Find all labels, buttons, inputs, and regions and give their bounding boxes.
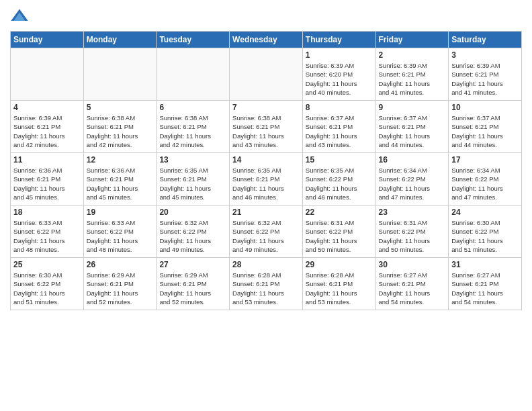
calendar-cell: 11Sunrise: 6:36 AMSunset: 6:21 PMDayligh…: [11, 153, 84, 205]
calendar-cell: 3Sunrise: 6:39 AMSunset: 6:21 PMDaylight…: [449, 48, 522, 101]
day-header-wednesday: Wednesday: [230, 32, 303, 48]
day-number: 20: [159, 208, 226, 217]
day-info: Sunrise: 6:38 AMSunset: 6:21 PMDaylight:…: [87, 113, 154, 149]
calendar-cell: 31Sunrise: 6:27 AMSunset: 6:21 PMDayligh…: [449, 258, 522, 310]
day-info: Sunrise: 6:38 AMSunset: 6:21 PMDaylight:…: [159, 113, 226, 149]
day-info: Sunrise: 6:33 AMSunset: 6:22 PMDaylight:…: [87, 218, 154, 254]
day-info: Sunrise: 6:33 AMSunset: 6:22 PMDaylight:…: [13, 218, 81, 254]
day-number: 15: [306, 155, 373, 165]
day-number: 25: [13, 260, 81, 269]
day-number: 5: [87, 103, 154, 112]
calendar-cell: 12Sunrise: 6:36 AMSunset: 6:21 PMDayligh…: [83, 153, 157, 205]
calendar-cell: 21Sunrise: 6:32 AMSunset: 6:22 PMDayligh…: [230, 205, 303, 258]
day-header-monday: Monday: [83, 32, 157, 48]
day-number: 12: [87, 155, 154, 165]
day-number: 11: [13, 155, 81, 165]
logo: [10, 7, 32, 26]
day-info: Sunrise: 6:35 AMSunset: 6:21 PMDaylight:…: [159, 166, 226, 201]
calendar-cell: 5Sunrise: 6:38 AMSunset: 6:21 PMDaylight…: [83, 101, 157, 153]
calendar-cell: 13Sunrise: 6:35 AMSunset: 6:21 PMDayligh…: [157, 153, 230, 205]
day-info: Sunrise: 6:32 AMSunset: 6:22 PMDaylight:…: [159, 218, 226, 254]
day-info: Sunrise: 6:37 AMSunset: 6:21 PMDaylight:…: [306, 113, 373, 149]
calendar-cell: 26Sunrise: 6:29 AMSunset: 6:21 PMDayligh…: [83, 258, 157, 310]
day-header-sunday: Sunday: [11, 32, 84, 48]
day-header-thursday: Thursday: [302, 32, 375, 48]
calendar-cell: 24Sunrise: 6:30 AMSunset: 6:22 PMDayligh…: [449, 205, 522, 258]
calendar-cell: 1Sunrise: 6:39 AMSunset: 6:20 PMDaylight…: [302, 48, 375, 101]
day-number: 18: [13, 208, 81, 217]
calendar-cell: 18Sunrise: 6:33 AMSunset: 6:22 PMDayligh…: [11, 205, 84, 258]
calendar-cell: 6Sunrise: 6:38 AMSunset: 6:21 PMDaylight…: [157, 101, 230, 153]
calendar-cell: [157, 48, 230, 101]
calendar-cell: 8Sunrise: 6:37 AMSunset: 6:21 PMDaylight…: [302, 101, 375, 153]
day-number: 6: [159, 103, 226, 112]
day-number: 2: [379, 50, 446, 60]
calendar-cell: 28Sunrise: 6:28 AMSunset: 6:21 PMDayligh…: [230, 258, 303, 310]
calendar-cell: 15Sunrise: 6:35 AMSunset: 6:22 PMDayligh…: [302, 153, 375, 205]
calendar-cell: 14Sunrise: 6:35 AMSunset: 6:21 PMDayligh…: [230, 153, 303, 205]
day-info: Sunrise: 6:27 AMSunset: 6:21 PMDaylight:…: [451, 271, 519, 306]
day-info: Sunrise: 6:28 AMSunset: 6:21 PMDaylight:…: [232, 271, 300, 306]
day-number: 22: [306, 208, 373, 217]
day-info: Sunrise: 6:29 AMSunset: 6:21 PMDaylight:…: [159, 271, 226, 306]
calendar-cell: 27Sunrise: 6:29 AMSunset: 6:21 PMDayligh…: [157, 258, 230, 310]
day-number: 27: [159, 260, 226, 269]
calendar-cell: [83, 48, 157, 101]
day-number: 4: [13, 103, 81, 112]
day-info: Sunrise: 6:31 AMSunset: 6:22 PMDaylight:…: [379, 218, 446, 254]
day-info: Sunrise: 6:30 AMSunset: 6:22 PMDaylight:…: [13, 271, 81, 306]
day-number: 28: [232, 260, 300, 269]
calendar-cell: 4Sunrise: 6:39 AMSunset: 6:21 PMDaylight…: [11, 101, 84, 153]
day-number: 17: [451, 155, 519, 165]
calendar-week-2: 4Sunrise: 6:39 AMSunset: 6:21 PMDaylight…: [11, 101, 522, 153]
day-number: 14: [232, 155, 300, 165]
day-info: Sunrise: 6:39 AMSunset: 6:20 PMDaylight:…: [306, 61, 373, 97]
calendar-cell: 17Sunrise: 6:34 AMSunset: 6:22 PMDayligh…: [449, 153, 522, 205]
day-info: Sunrise: 6:30 AMSunset: 6:22 PMDaylight:…: [451, 218, 519, 254]
day-info: Sunrise: 6:36 AMSunset: 6:21 PMDaylight:…: [13, 166, 81, 201]
day-header-saturday: Saturday: [449, 32, 522, 48]
day-number: 8: [306, 103, 373, 112]
day-header-tuesday: Tuesday: [157, 32, 230, 48]
day-info: Sunrise: 6:31 AMSunset: 6:22 PMDaylight:…: [306, 218, 373, 254]
calendar-cell: 30Sunrise: 6:27 AMSunset: 6:21 PMDayligh…: [375, 258, 449, 310]
day-number: 29: [306, 260, 373, 269]
calendar-cell: 25Sunrise: 6:30 AMSunset: 6:22 PMDayligh…: [11, 258, 84, 310]
day-info: Sunrise: 6:39 AMSunset: 6:21 PMDaylight:…: [13, 113, 81, 149]
calendar-cell: 20Sunrise: 6:32 AMSunset: 6:22 PMDayligh…: [157, 205, 230, 258]
main-container: SundayMondayTuesdayWednesdayThursdayFrid…: [0, 0, 532, 317]
day-info: Sunrise: 6:37 AMSunset: 6:21 PMDaylight:…: [379, 113, 446, 149]
day-number: 13: [159, 155, 226, 165]
day-info: Sunrise: 6:32 AMSunset: 6:22 PMDaylight:…: [232, 218, 300, 254]
calendar-cell: [11, 48, 84, 101]
calendar-cell: 23Sunrise: 6:31 AMSunset: 6:22 PMDayligh…: [375, 205, 449, 258]
day-header-friday: Friday: [375, 32, 449, 48]
calendar-cell: 9Sunrise: 6:37 AMSunset: 6:21 PMDaylight…: [375, 101, 449, 153]
day-number: 23: [379, 208, 446, 217]
day-number: 19: [87, 208, 154, 217]
day-info: Sunrise: 6:37 AMSunset: 6:21 PMDaylight:…: [451, 113, 519, 149]
day-info: Sunrise: 6:34 AMSunset: 6:22 PMDaylight:…: [379, 166, 446, 201]
day-number: 9: [379, 103, 446, 112]
day-number: 26: [87, 260, 154, 269]
logo-icon: [10, 7, 29, 26]
day-info: Sunrise: 6:29 AMSunset: 6:21 PMDaylight:…: [87, 271, 154, 306]
calendar-cell: 29Sunrise: 6:28 AMSunset: 6:21 PMDayligh…: [302, 258, 375, 310]
calendar-table: SundayMondayTuesdayWednesdayThursdayFrid…: [10, 31, 522, 310]
calendar-week-5: 25Sunrise: 6:30 AMSunset: 6:22 PMDayligh…: [11, 258, 522, 310]
calendar-week-1: 1Sunrise: 6:39 AMSunset: 6:20 PMDaylight…: [11, 48, 522, 101]
day-info: Sunrise: 6:35 AMSunset: 6:21 PMDaylight:…: [232, 166, 300, 201]
day-number: 24: [451, 208, 519, 217]
day-info: Sunrise: 6:36 AMSunset: 6:21 PMDaylight:…: [87, 166, 154, 201]
day-number: 10: [451, 103, 519, 112]
day-number: 31: [451, 260, 519, 269]
day-info: Sunrise: 6:38 AMSunset: 6:21 PMDaylight:…: [232, 113, 300, 149]
day-info: Sunrise: 6:28 AMSunset: 6:21 PMDaylight:…: [306, 271, 373, 306]
calendar-cell: 22Sunrise: 6:31 AMSunset: 6:22 PMDayligh…: [302, 205, 375, 258]
day-info: Sunrise: 6:27 AMSunset: 6:21 PMDaylight:…: [379, 271, 446, 306]
calendar-cell: 16Sunrise: 6:34 AMSunset: 6:22 PMDayligh…: [375, 153, 449, 205]
calendar-cell: [230, 48, 303, 101]
day-number: 1: [306, 50, 373, 60]
calendar-cell: 7Sunrise: 6:38 AMSunset: 6:21 PMDaylight…: [230, 101, 303, 153]
day-number: 3: [451, 50, 519, 60]
